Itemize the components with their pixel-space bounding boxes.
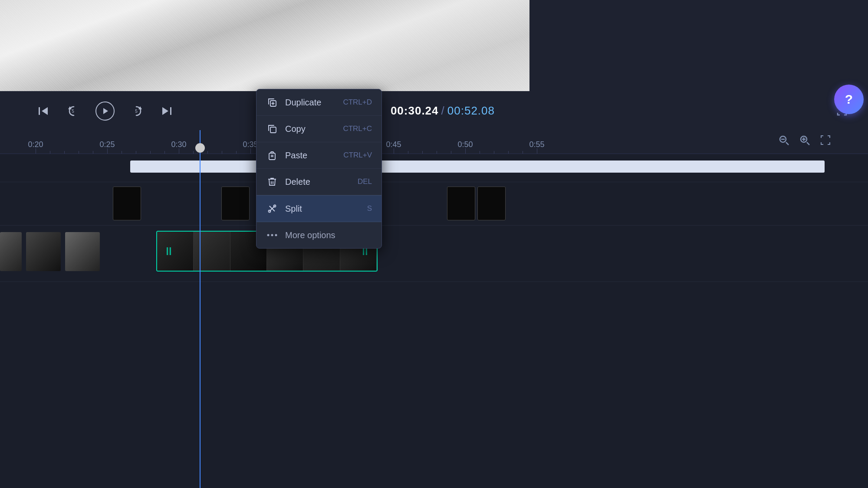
ruler-minor-tick <box>494 151 494 154</box>
zoom-in-button[interactable] <box>797 132 812 148</box>
svg-marker-1 <box>42 107 48 115</box>
svg-rect-20 <box>270 127 276 133</box>
ruler-label-0:25: 0:25 <box>99 140 115 149</box>
ruler-tick <box>107 148 108 154</box>
playhead-line <box>200 130 201 488</box>
ruler-label-0:20: 0:20 <box>28 140 43 149</box>
rewind-5-button[interactable]: 5 <box>65 102 82 120</box>
svg-marker-8 <box>162 107 168 115</box>
ruler-minor-tick <box>207 151 208 154</box>
more-options-icon <box>266 229 278 241</box>
ruler-tick <box>537 148 537 154</box>
svg-line-15 <box>807 142 809 145</box>
svg-line-11 <box>786 142 789 145</box>
ruler-minor-tick <box>523 151 523 154</box>
film-clip-preleft[interactable] <box>0 232 22 271</box>
pause-marker-left: ⏸ <box>163 245 174 258</box>
ruler-minor-tick <box>193 151 194 154</box>
ruler-tick <box>36 148 36 154</box>
ruler-label-0:30: 0:30 <box>171 140 186 149</box>
menu-item-more-options[interactable]: More options <box>256 222 381 248</box>
menu-item-split[interactable]: Split S <box>256 195 381 222</box>
svg-text:5: 5 <box>72 109 74 114</box>
skip-forward-button[interactable] <box>158 102 175 120</box>
ruler-minor-tick <box>164 151 165 154</box>
ruler-minor-tick <box>408 151 408 154</box>
ruler-tick <box>250 148 251 154</box>
zoom-out-button[interactable] <box>776 132 792 148</box>
menu-item-copy[interactable]: Copy CTRL+C <box>256 116 381 142</box>
skip-back-button[interactable] <box>35 102 52 120</box>
ruler-label-0:50: 0:50 <box>457 140 473 149</box>
audio-clip[interactable] <box>130 160 825 173</box>
svg-rect-0 <box>39 107 40 115</box>
ruler-tick <box>394 148 394 154</box>
timecode-display: 00:30.24/00:52.08 <box>391 104 495 118</box>
ruler-marks: 0:200:250:300:350:400:450:500:55 <box>0 130 868 154</box>
ruler-minor-tick <box>422 151 423 154</box>
video-clip-right2[interactable] <box>477 187 506 220</box>
context-menu: Duplicate CTRL+D Copy CTRL+C Paste CTRL+… <box>256 89 382 249</box>
menu-item-paste[interactable]: Paste CTRL+V <box>256 142 381 169</box>
delete-icon <box>266 176 278 188</box>
timeline-area: 0:200:250:300:350:400:450:500:55 <box>0 130 868 488</box>
svg-point-30 <box>271 234 273 236</box>
svg-point-29 <box>267 234 270 236</box>
video-track-row-1 <box>0 182 868 226</box>
playhead-handle[interactable] <box>195 143 205 153</box>
ruler-minor-tick <box>122 151 122 154</box>
forward-5-button[interactable]: 5 <box>128 102 145 120</box>
zoom-controls <box>776 132 833 148</box>
menu-item-delete[interactable]: Delete DEL <box>256 169 381 195</box>
ruler-minor-tick <box>50 151 50 154</box>
ruler-minor-tick <box>136 151 136 154</box>
audio-track-row <box>0 154 868 182</box>
menu-item-duplicate[interactable]: Duplicate CTRL+D <box>256 89 381 116</box>
svg-text:5: 5 <box>135 109 138 114</box>
play-button[interactable] <box>95 102 115 121</box>
timeline-ruler: 0:200:250:300:350:400:450:500:55 <box>0 130 868 154</box>
ruler-label-0:55: 0:55 <box>529 140 544 149</box>
ruler-minor-tick <box>508 151 509 154</box>
film-track-row: ⏸ ⏸ <box>0 226 868 282</box>
ruler-minor-tick <box>236 151 237 154</box>
paste-icon <box>266 149 278 161</box>
right-panel <box>529 0 868 91</box>
fit-to-window-button[interactable] <box>818 132 833 148</box>
ruler-minor-tick <box>93 151 93 154</box>
video-clip-middle[interactable] <box>221 187 250 220</box>
ruler-minor-tick <box>437 151 437 154</box>
ruler-minor-tick <box>480 151 480 154</box>
ruler-tick <box>465 148 466 154</box>
ruler-tick <box>179 148 179 154</box>
ruler-minor-tick <box>451 151 451 154</box>
right-controls-bar <box>529 91 868 130</box>
video-preview <box>0 0 529 91</box>
ruler-minor-tick <box>79 151 79 154</box>
svg-marker-4 <box>103 108 108 114</box>
video-clip-left[interactable] <box>113 187 141 220</box>
ruler-minor-tick <box>64 151 65 154</box>
video-clip-right[interactable] <box>447 187 475 220</box>
film-clip-left[interactable] <box>26 232 61 271</box>
duplicate-icon <box>266 96 278 108</box>
split-icon <box>266 203 278 215</box>
svg-rect-7 <box>170 107 171 115</box>
copy-icon <box>266 123 278 135</box>
svg-point-31 <box>275 234 277 236</box>
ruler-minor-tick <box>222 151 222 154</box>
ruler-minor-tick <box>150 151 151 154</box>
tracks-container: ⏸ ⏸ <box>0 154 868 488</box>
film-clip-left2[interactable] <box>65 232 100 271</box>
help-button[interactable]: ? <box>834 85 864 114</box>
ruler-label-0:45: 0:45 <box>386 140 401 149</box>
